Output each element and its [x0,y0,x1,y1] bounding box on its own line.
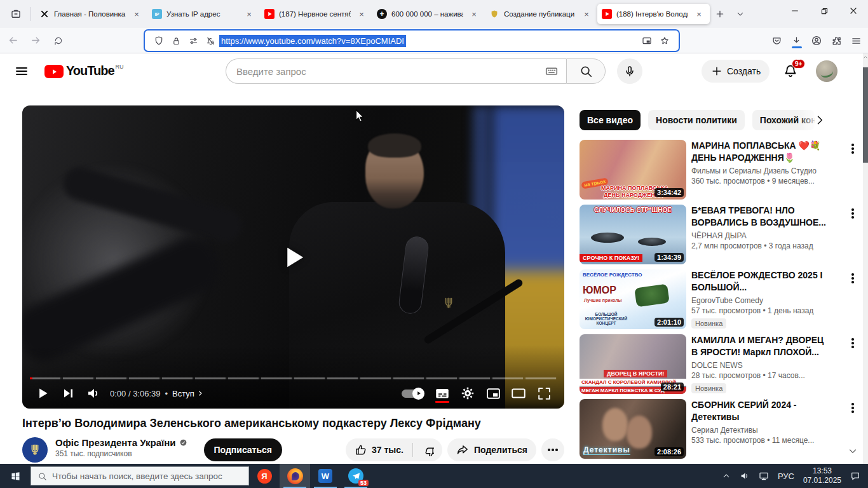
bookmark-star-icon[interactable] [660,36,670,46]
tab-close-button[interactable]: × [130,8,143,20]
video-title[interactable]: МАРИНА ПОПЛАВСЬКА ❤️💐 ДЕНЬ НАРОДЖЕННЯ🌷 [691,140,831,164]
share-button[interactable]: Поделиться [447,438,536,461]
search-input[interactable] [236,66,545,77]
video-thumbnail[interactable]: ВЕСЁЛОЕ РОЖДЕСТВО ЮМОР Лучшие приколы БО… [580,269,686,329]
chip-all-videos[interactable]: Все видео [580,110,641,130]
volume-icon[interactable] [740,471,750,481]
video-title[interactable]: КАМИЛЛА И МЕГАН? ДВОРЕЦ В ЯРОСТИ! Маркл … [691,334,831,358]
tab-close-button[interactable]: × [693,8,705,20]
browser-tab-3[interactable]: (187) Нервное сентяб × [260,4,372,24]
video-channel[interactable]: Фильмы и Сериалы Дизель Студио [691,166,831,175]
extensions-puzzle-icon[interactable] [831,36,842,46]
theater-mode-button[interactable] [506,381,531,406]
video-channel[interactable]: ЧЁРНАЯ ДЫРА [691,231,831,240]
permissions-sliders-icon[interactable] [189,36,198,46]
forward-button[interactable] [25,31,46,50]
video-menu-button[interactable] [846,206,859,221]
minimize-button[interactable] [780,0,810,22]
search-box[interactable] [226,58,566,84]
tab-close-button[interactable]: × [355,8,368,20]
subtitles-button[interactable] [430,381,455,406]
back-button[interactable] [3,31,23,50]
like-button[interactable]: 37 тыс. [346,444,412,456]
reload-button[interactable] [48,31,69,50]
app-menu-icon[interactable] [851,36,862,46]
big-play-button[interactable] [277,241,310,274]
tracking-shield-icon[interactable] [154,36,164,46]
scrollbar-thumb[interactable] [863,67,868,163]
url-bar[interactable]: https://www.youtube.com/watch?v=8XEpoCMI… [145,30,679,51]
browser-tab-1[interactable]: Главная - Половинка × [35,4,147,24]
voice-search-button[interactable] [617,58,642,84]
close-window-button[interactable] [839,0,868,22]
miniplayer-button[interactable] [480,381,506,406]
keyboard-icon[interactable] [545,64,559,78]
tab-close-button[interactable]: × [580,8,593,20]
list-all-tabs-button[interactable] [730,4,750,24]
network-icon[interactable] [759,471,769,481]
account-avatar[interactable] [816,60,837,82]
settings-button[interactable] [455,381,480,406]
channel-avatar[interactable] [22,437,48,463]
browser-tab-4[interactable]: + 600 000 000 – нажива × [372,4,485,24]
chapter-button[interactable]: Вступ [172,389,205,398]
language-indicator[interactable]: РУС [778,471,794,481]
taskbar-word-icon[interactable]: W [310,464,341,488]
subscribe-button[interactable]: Подписаться [204,438,283,461]
browser-tab-5[interactable]: Создание публикаци × [485,4,597,24]
firefox-view-button[interactable] [5,4,27,24]
browser-tab-active[interactable]: (188) Інтерв'ю Володи × [597,4,710,24]
video-menu-button[interactable] [846,141,859,156]
video-channel[interactable]: DOLCE NEWS [691,361,831,370]
scroll-down-indicator-icon[interactable] [848,446,858,456]
video-title[interactable]: СБОРНИК СЕРИЙ 2024 - Детективы [691,399,831,423]
video-menu-button[interactable] [846,400,859,416]
pocket-icon[interactable] [771,36,782,46]
notifications-button[interactable]: 9+ [783,64,798,79]
browser-tab-2[interactable]: IP Узнать IP адрес × [147,4,260,24]
new-tab-button[interactable] [710,4,730,24]
start-button[interactable] [0,464,31,488]
play-button[interactable] [30,381,55,406]
downloads-icon[interactable] [791,36,802,46]
progress-bar[interactable] [30,377,557,379]
tab-close-button[interactable]: × [243,8,255,20]
dislike-button[interactable] [413,444,442,456]
video-menu-button[interactable] [846,336,859,351]
video-thumbnail[interactable]: на трьох МАРИНА ПОПЛАВСЬКА ДЕНЬ НАРОДЖЕН… [580,140,686,200]
action-center-icon[interactable] [850,471,860,481]
video-thumbnail[interactable]: Детективы 2:08:26 [580,399,686,459]
video-title[interactable]: Б*ЕВАЯ ТРЕВОГА! НЛО ВОРВАЛИСЬ В ВОЗДУШНО… [691,205,831,229]
youtube-logo[interactable]: YouTube RU [44,64,124,78]
video-channel[interactable]: Сериал Детективы [691,426,831,435]
video-menu-button[interactable] [846,271,859,286]
video-player[interactable]: 0:00 / 3:06:39 • Вступ [22,105,564,409]
autoplay-toggle[interactable] [402,390,423,398]
lock-icon[interactable] [172,36,181,46]
chips-scroll-right-button[interactable] [812,112,827,128]
page-scrollbar[interactable] [863,53,868,464]
picture-in-picture-icon[interactable] [642,36,652,46]
channel-name[interactable]: Офіс Президента України [55,437,176,448]
guide-menu-icon[interactable] [14,64,29,79]
taskbar-firefox-icon[interactable] [280,464,310,488]
chip-news-politics[interactable]: Новости политики [648,110,745,130]
taskbar-telegram-icon[interactable]: 53 [341,464,371,488]
restore-button[interactable] [810,0,839,22]
create-button[interactable]: Создать [702,60,770,83]
tab-close-button[interactable]: × [468,8,480,20]
account-icon[interactable] [811,35,822,46]
video-thumbnail[interactable]: СЛУЧИЛОСЬ СТР*ШНОЕ СРОЧНО К ПОКАЗУ! 1:34… [580,205,686,264]
notifications-blocked-icon[interactable] [206,36,215,46]
video-channel[interactable]: EgorovTube Comedy [691,296,831,305]
video-thumbnail[interactable]: ДВОРЕЦ В ЯРОСТИ! СКАНДАЛ С КОРОЛЕВОЙ КАМ… [580,334,686,394]
fullscreen-button[interactable] [531,381,557,406]
more-actions-button[interactable] [541,438,564,461]
scrollbar-up-arrow[interactable] [863,55,868,60]
clock[interactable]: 13:53 07.01.2025 [803,466,841,485]
taskbar-search-box[interactable] [31,466,249,485]
taskbar-yandex-icon[interactable]: Я [249,464,280,488]
hidden-icons-chevron[interactable] [722,471,731,480]
volume-button[interactable] [81,381,106,406]
video-title[interactable]: ВЕСЁЛОЕ РОЖДЕСТВО 2025 I БОЛЬШОЙ... [691,269,831,294]
